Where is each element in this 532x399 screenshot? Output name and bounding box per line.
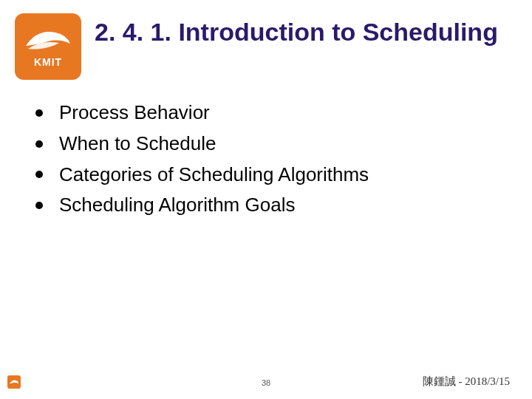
bullet-icon: [35, 171, 43, 178]
bullet-icon: [35, 140, 43, 148]
bullet-text: When to Schedule: [59, 132, 216, 157]
bullet-text: Process Behavior: [59, 100, 210, 126]
page-number: 38: [262, 378, 270, 387]
bullet-text: Categories of Scheduling Algorithms: [59, 163, 369, 188]
slide-header: KMIT 2. 4. 1. Introduction to Scheduling: [0, 0, 532, 80]
author-date: 陳鍾誠 - 2018/3/15: [423, 375, 510, 389]
list-item: When to Schedule: [30, 132, 502, 157]
kmit-logo: KMIT: [15, 13, 81, 80]
slide-content: Process Behavior When to Schedule Catego…: [0, 80, 532, 218]
slide-title: 2. 4. 1. Introduction to Scheduling: [95, 13, 498, 47]
list-item: Process Behavior: [30, 100, 502, 126]
slide-footer: 38 陳鍾誠 - 2018/3/15: [0, 375, 532, 389]
bullet-text: Scheduling Algorithm Goals: [59, 193, 295, 218]
footer-logo-icon: [7, 375, 21, 389]
bullet-icon: [35, 202, 43, 209]
logo-swoosh-icon: [22, 25, 74, 55]
list-item: Categories of Scheduling Algorithms: [30, 163, 502, 188]
bullet-icon: [35, 109, 43, 117]
logo-text: KMIT: [34, 56, 62, 68]
list-item: Scheduling Algorithm Goals: [30, 193, 502, 218]
